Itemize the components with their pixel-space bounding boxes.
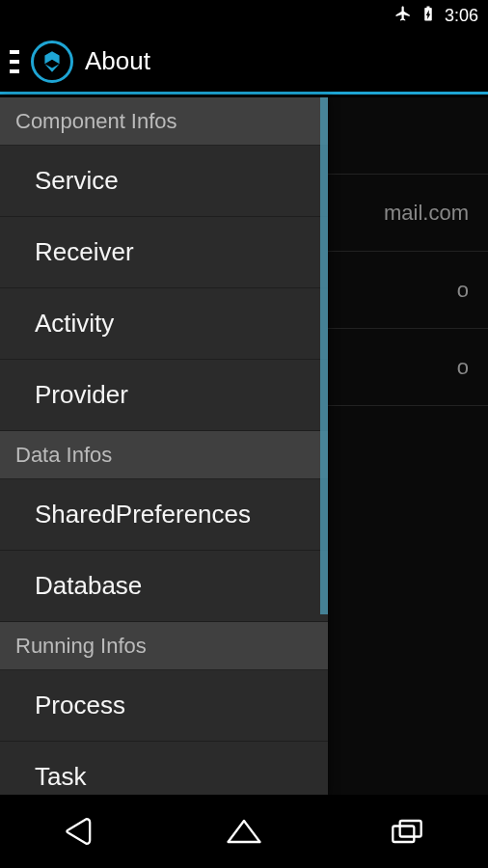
drawer-item-activity[interactable]: Activity: [0, 288, 328, 360]
status-bar: 3:06: [0, 0, 488, 31]
system-nav-bar: [0, 795, 488, 868]
navigation-drawer[interactable]: Component Infos Service Receiver Activit…: [0, 97, 328, 795]
recents-button[interactable]: [359, 802, 455, 860]
drawer-toggle-icon[interactable]: [10, 47, 19, 76]
section-header-data: Data Infos: [0, 431, 328, 479]
section-header-component: Component Infos: [0, 97, 328, 146]
airplane-mode-icon: [394, 5, 412, 27]
status-time: 3:06: [445, 6, 478, 26]
drawer-item-task[interactable]: Task: [0, 742, 328, 795]
app-icon[interactable]: [31, 41, 73, 83]
drawer-item-database[interactable]: Database: [0, 551, 328, 622]
svg-rect-1: [399, 821, 420, 837]
back-button[interactable]: [33, 802, 129, 860]
svg-rect-0: [393, 827, 414, 843]
drawer-item-sharedpreferences[interactable]: SharedPreferences: [0, 479, 328, 551]
drawer-item-receiver[interactable]: Receiver: [0, 217, 328, 288]
home-button[interactable]: [196, 802, 292, 860]
battery-charging-icon: [420, 5, 437, 27]
section-header-running: Running Infos: [0, 622, 328, 670]
drawer-item-provider[interactable]: Provider: [0, 360, 328, 431]
action-bar: About: [0, 31, 488, 95]
drawer-item-process[interactable]: Process: [0, 670, 328, 742]
scrollbar[interactable]: [320, 97, 328, 614]
page-title: About: [85, 46, 150, 76]
drawer-item-service[interactable]: Service: [0, 146, 328, 217]
